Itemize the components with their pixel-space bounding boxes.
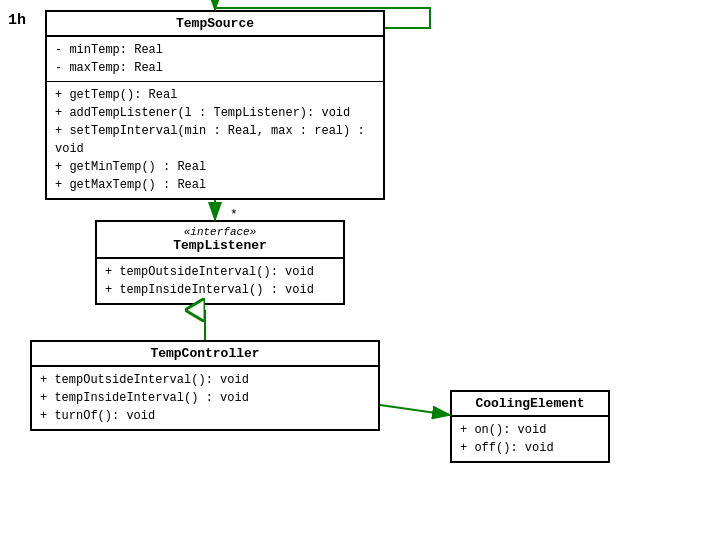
- templistener-stereotype: «interface»: [99, 226, 341, 238]
- tempcontroller-method1: + tempOutsideInterval(): void: [40, 371, 370, 389]
- templistener-method1: + tempOutsideInterval(): void: [105, 263, 335, 281]
- tempsource-attr1: - minTemp: Real: [55, 41, 375, 59]
- tempsource-method5: + getMaxTemp() : Real: [55, 176, 375, 194]
- coolingelement-method1: + on(): void: [460, 421, 600, 439]
- templistener-title: TempListener: [99, 238, 341, 253]
- templistener-header: «interface» TempListener: [97, 222, 343, 259]
- tempsource-method4: + getMinTemp() : Real: [55, 158, 375, 176]
- tempcontroller-method2: + tempInsideInterval() : void: [40, 389, 370, 407]
- tempsource-methods: + getTemp(): Real + addTempListener(l : …: [47, 82, 383, 198]
- coolingelement-box: CoolingElement + on(): void + off(): voi…: [450, 390, 610, 463]
- coolingelement-title: CoolingElement: [452, 392, 608, 417]
- tempsource-method2: + addTempListener(l : TempListener): voi…: [55, 104, 375, 122]
- templistener-methods: + tempOutsideInterval(): void + tempInsi…: [97, 259, 343, 303]
- coolingelement-methods: + on(): void + off(): void: [452, 417, 608, 461]
- tempsource-box: TempSource - minTemp: Real - maxTemp: Re…: [45, 10, 385, 200]
- tempsource-attr2: - maxTemp: Real: [55, 59, 375, 77]
- diagram-label: 1h: [8, 12, 26, 29]
- tempsource-attributes: - minTemp: Real - maxTemp: Real: [47, 37, 383, 82]
- tempcontroller-title: TempController: [32, 342, 378, 367]
- tempsource-method3: + setTempInterval(min : Real, max : real…: [55, 122, 375, 158]
- diagram-container: 1h TempSource - minTemp: Real - maxTemp:…: [0, 0, 720, 540]
- templistener-box: «interface» TempListener + tempOutsideIn…: [95, 220, 345, 305]
- tempsource-method1: + getTemp(): Real: [55, 86, 375, 104]
- tempcontroller-box: TempController + tempOutsideInterval(): …: [30, 340, 380, 431]
- coolingelement-method2: + off(): void: [460, 439, 600, 457]
- tempcontroller-methods: + tempOutsideInterval(): void + tempInsi…: [32, 367, 378, 429]
- tempsource-title: TempSource: [47, 12, 383, 37]
- templistener-method2: + tempInsideInterval() : void: [105, 281, 335, 299]
- tempcontroller-method3: + turnOf(): void: [40, 407, 370, 425]
- tempcontroller-to-coolingelement-arrow: [380, 405, 450, 415]
